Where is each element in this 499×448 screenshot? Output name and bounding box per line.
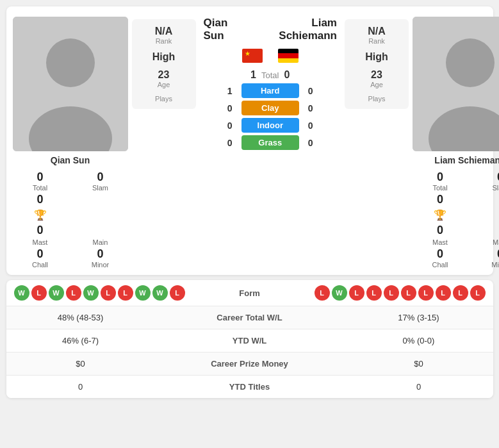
left-rank-item: N/A Rank [155,26,173,45]
left-high-value: High [152,51,176,63]
left-total-label: Total [33,184,47,192]
left-minor-label: Minor [92,261,110,269]
top-section: Qian Sun 0 Total 0 Slam 0 🏆 0 . [13,17,487,269]
right-slam-stat: 0 Slam [473,170,499,192]
right-pill-l: L [418,285,434,301]
hard-left-score: 1 [224,86,236,96]
left-mast-value: 0 [37,193,43,206]
right-stats-grid: 0 Total 0 Slam 0 🏆 0 . Mast [413,170,499,269]
hard-row: 1 Hard 0 [204,83,338,98]
left-pill-l: L [31,285,47,301]
right-chall-value: 0 [437,247,443,261]
left-slam-stat: 0 Slam [73,170,128,192]
left-stats-box: N/A Rank High 23 Age Plays [132,19,196,109]
right-pill-w: W [332,285,347,301]
left-plays-item: Plays [155,95,172,103]
main-card: Qian Sun 0 Total 0 Slam 0 🏆 0 . [6,6,493,275]
indoor-left-score: 0 [224,120,236,131]
left-pill-w: W [135,285,151,301]
right-total-value: 0 [437,170,443,184]
right-stats-box: N/A Rank High 23 Age Plays [345,19,409,109]
left-pill-l: L [170,285,185,301]
left-mast-stat: 0 🏆 0 [13,193,68,237]
right-plays-item: Plays [368,95,386,103]
left-total-stat: 0 Total [13,170,68,192]
stat-table: 48% (48-53) Career Total W/L 17% (3-15) … [6,306,493,398]
right-pill-l: L [401,285,416,301]
total-scores-row: 1 Total 0 [250,69,290,81]
left-pill-w: W [14,285,29,301]
left-main-value: 0 [37,224,43,237]
right-player-photo [413,17,499,151]
right-main-label: Main [473,238,499,246]
right-mast-stat: 0 🏆 0 [413,193,468,237]
left-total-value: 0 [37,170,43,184]
left-flag [242,49,263,63]
hard-badge: Hard [241,83,299,98]
stat-left-1: 46% (6-7) [17,336,145,345]
left-pill-l: L [101,285,116,301]
hard-right-score: 0 [304,86,317,96]
right-player-name: Liam Schiemann [434,155,499,165]
grass-badge: Grass [241,135,299,150]
left-chall-value: 0 [37,247,43,261]
right-age-value: 23 [371,69,382,81]
left-trophy-icon: 🏆 [34,209,47,221]
surface-rows: 1 Hard 0 0 Clay 0 0 Indoor 0 0 Grass [204,83,338,150]
left-rank-value: N/A [155,26,173,37]
indoor-row: 0 Indoor 0 [204,118,338,133]
right-pill-l: L [436,285,451,301]
right-trophy-icon: 🏆 [434,209,446,221]
clay-right-score: 0 [304,103,317,113]
right-mast-value: 0 [437,193,443,206]
right-high-item: High [365,51,388,63]
left-mast-text: Mast [33,238,48,246]
right-chall-stat: 0 Chall [413,247,468,269]
clay-row: 0 Clay 0 [204,101,338,115]
left-chall-stat: 0 Chall [13,247,68,269]
grass-right-score: 0 [304,138,317,148]
indoor-right-score: 0 [304,120,317,131]
stat-right-3: 0 [355,382,483,392]
right-slam-label: Slam [492,184,499,192]
grass-row: 0 Grass 0 [204,135,338,150]
svg-point-1 [46,38,95,87]
left-pill-l: L [66,285,81,301]
right-pill-l: L [453,285,468,301]
right-pill-l: L [349,285,364,301]
stat-row-1: 46% (6-7) YTD W/L 0% (0-0) [6,329,493,353]
stat-right-1: 0% (0-0) [355,336,483,345]
left-pill-w: W [83,285,99,301]
right-plays-label: Plays [368,95,386,103]
left-minor-value: 0 [97,247,103,261]
left-pill-w: W [49,285,64,301]
right-pill-l: L [315,285,330,301]
left-form-pills: WLWLWLLWWL [14,285,185,301]
right-rank-value: N/A [368,26,386,37]
clay-badge: Clay [241,101,299,115]
left-pill-l: L [118,285,133,301]
left-main-text: Main [93,238,108,246]
stat-center-1: YTD W/L [145,336,355,345]
left-pill-w: W [152,285,168,301]
right-total-stat: 0 Total [413,170,468,192]
right-pill-l: L [384,285,399,301]
form-label: Form [185,288,315,298]
left-chall-label: Chall [32,261,48,269]
stat-right-0: 17% (3-15) [355,313,483,322]
left-plays-label: Plays [155,95,172,103]
left-stats-grid: 0 Total 0 Slam 0 🏆 0 . Mast [13,170,128,269]
left-slam-value: 0 [97,170,103,184]
center-section: Qian Sun Liam Schiemann 1 Total 0 [200,17,341,150]
clay-left-score: 0 [224,103,236,113]
stat-center-3: YTD Titles [145,382,355,392]
stat-left-2: $0 [17,359,145,369]
right-pill-l: L [366,285,382,301]
left-name-center: Qian Sun [204,17,228,42]
stat-row-3: 0 YTD Titles 0 [6,376,493,398]
left-player-photo [13,17,128,151]
right-mast-label-row: . [473,193,499,237]
left-mast-label-row: . [73,193,128,237]
indoor-badge: Indoor [241,118,299,133]
right-rank-label: Rank [368,37,385,45]
